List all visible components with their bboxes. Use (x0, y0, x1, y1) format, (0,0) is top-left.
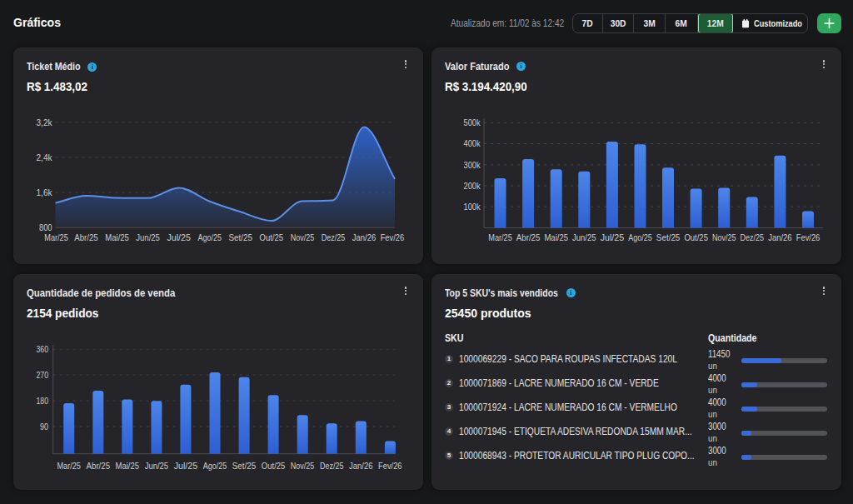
svg-text:Dez/25: Dez/25 (322, 232, 346, 242)
svg-text:Abr/25: Abr/25 (74, 232, 98, 242)
svg-text:Nov/25: Nov/25 (712, 232, 736, 242)
svg-text:Abr/25: Abr/25 (516, 232, 541, 242)
svg-text:200k: 200k (464, 181, 481, 191)
svg-text:Mar/25: Mar/25 (44, 232, 68, 242)
svg-text:Fev/26: Fev/26 (378, 461, 402, 471)
svg-text:Jun/25: Jun/25 (572, 232, 596, 242)
svg-text:Jun/25: Jun/25 (136, 232, 160, 242)
svg-text:Dez/25: Dez/25 (320, 461, 344, 471)
svg-text:Ago/25: Ago/25 (203, 461, 227, 471)
svg-text:Jul/25: Jul/25 (174, 461, 198, 471)
svg-text:Jul/25: Jul/25 (601, 232, 625, 242)
svg-text:500k: 500k (464, 117, 481, 127)
svg-text:Jan/26: Jan/26 (349, 461, 373, 471)
svg-text:800: 800 (39, 222, 52, 232)
svg-text:Ago/25: Ago/25 (197, 232, 222, 242)
svg-text:Mar/25: Mar/25 (488, 232, 512, 242)
svg-text:Set/25: Set/25 (232, 461, 257, 471)
svg-text:Out/25: Out/25 (262, 461, 286, 471)
svg-text:Mai/25: Mai/25 (105, 232, 129, 242)
svg-text:90: 90 (40, 422, 48, 432)
svg-text:400k: 400k (464, 138, 481, 148)
svg-text:180: 180 (37, 396, 49, 406)
svg-text:Jan/26: Jan/26 (352, 232, 377, 242)
svg-text:100k: 100k (464, 202, 481, 212)
svg-text:Mai/25: Mai/25 (544, 232, 568, 242)
svg-text:Nov/25: Nov/25 (291, 232, 315, 242)
svg-text:360: 360 (37, 344, 49, 354)
svg-text:Nov/25: Nov/25 (291, 461, 315, 471)
svg-text:Jun/25: Jun/25 (145, 461, 169, 471)
svg-text:2,4k: 2,4k (37, 152, 53, 162)
svg-text:Dez/25: Dez/25 (741, 232, 765, 242)
svg-text:Fev/26: Fev/26 (796, 232, 821, 242)
svg-text:Out/25: Out/25 (684, 232, 708, 242)
svg-text:Fev/26: Fev/26 (381, 232, 405, 242)
svg-text:Set/25: Set/25 (229, 232, 253, 242)
svg-text:Mar/25: Mar/25 (57, 461, 81, 471)
svg-text:Ago/25: Ago/25 (628, 232, 652, 242)
svg-text:Abr/25: Abr/25 (87, 461, 111, 471)
svg-text:3,2k: 3,2k (37, 117, 53, 127)
svg-text:1,6k: 1,6k (37, 187, 53, 197)
svg-text:270: 270 (37, 370, 49, 380)
svg-text:Set/25: Set/25 (656, 232, 681, 242)
svg-text:300k: 300k (464, 160, 481, 170)
svg-text:Jul/25: Jul/25 (167, 232, 191, 242)
svg-text:Mai/25: Mai/25 (116, 461, 140, 471)
svg-text:Out/25: Out/25 (260, 232, 284, 242)
svg-text:Jan/26: Jan/26 (768, 232, 792, 242)
